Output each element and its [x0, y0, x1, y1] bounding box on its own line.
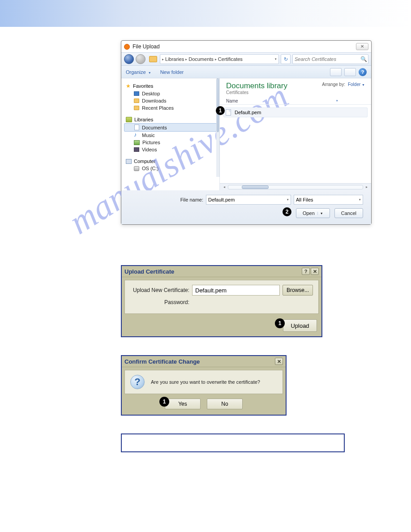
tree-item[interactable]: Videos: [142, 147, 157, 152]
chevron-down-icon[interactable]: ▾: [287, 198, 289, 202]
tree-item[interactable]: Documents: [142, 125, 167, 130]
help-icon[interactable]: ?: [359, 68, 367, 76]
callout-marker: 1: [159, 397, 169, 407]
videos-icon: [134, 147, 139, 152]
tree-item[interactable]: Desktop: [142, 91, 160, 96]
column-name[interactable]: Name: [226, 99, 238, 103]
callout-marker: 1: [216, 106, 225, 115]
tree-item[interactable]: Music: [142, 133, 155, 138]
tree-libraries[interactable]: Libraries: [134, 117, 153, 122]
toolbar: Organize ▼ New folder ?: [121, 66, 371, 78]
recent-places-icon: [134, 106, 139, 110]
horizontal-scrollbar[interactable]: ◂ ▸: [220, 183, 371, 190]
scroll-left-icon[interactable]: ◂: [223, 185, 225, 189]
tree-computer[interactable]: Computer: [134, 159, 155, 164]
page-header-gradient: [0, 0, 411, 27]
tree-favorites[interactable]: Favorites: [133, 83, 153, 89]
chevron-right-icon: ▸: [185, 57, 187, 61]
nav-tree: ★Favorites Desktop Downloads Recent Plac…: [121, 78, 220, 190]
scroll-right-icon[interactable]: ▸: [366, 185, 368, 189]
tree-item[interactable]: Recent Places: [142, 105, 174, 111]
chevron-right-icon: ▸: [162, 57, 164, 61]
search-box[interactable]: 🔍: [292, 54, 368, 64]
chevron-down-icon: ▾: [359, 198, 361, 202]
folder-icon: [149, 56, 157, 62]
filename-field[interactable]: Default.pem: [208, 197, 235, 202]
file-row[interactable]: 1 Default.pem: [223, 107, 368, 117]
file-icon: [226, 109, 231, 116]
chevron-down-icon[interactable]: ▼: [317, 212, 323, 215]
chevron-down-icon: ▼: [148, 71, 151, 74]
organize-menu[interactable]: Organize ▼: [126, 69, 151, 75]
breadcrumb-item[interactable]: Documents: [188, 56, 214, 62]
no-button[interactable]: No: [207, 399, 243, 409]
pictures-icon: [134, 140, 140, 145]
nav-bar: ▸ Libraries ▸ Documents ▸ Certificates ▾…: [121, 52, 371, 66]
library-subtitle: Certificates: [226, 90, 287, 95]
browse-button[interactable]: Browse...: [283, 285, 313, 296]
music-icon: ♪: [134, 133, 139, 138]
preview-pane-button[interactable]: [344, 68, 356, 76]
callout-marker: 2: [283, 207, 291, 216]
file-name: Default.pem: [235, 110, 261, 115]
dialog-titlebar: File Upload ✕: [121, 41, 371, 52]
refresh-button[interactable]: ↻: [281, 54, 291, 64]
filetype-dropdown[interactable]: All Files ▾: [294, 195, 363, 205]
desktop-icon: [134, 91, 139, 96]
upload-certificate-dialog: Upload Certificate ? ✕ Upload New Certif…: [121, 265, 322, 337]
close-icon[interactable]: ✕: [311, 268, 319, 275]
chevron-down-icon[interactable]: ▾: [275, 57, 277, 61]
forward-button: [136, 54, 146, 64]
back-button[interactable]: [124, 54, 134, 64]
filename-label: File name:: [180, 197, 203, 202]
dialog-title: Confirm Certificate Change: [124, 358, 200, 365]
chevron-right-icon: ▸: [215, 57, 217, 61]
dialog-footer: File name: Default.pem ▾ All Files ▾ 2 O…: [121, 190, 371, 224]
disk-icon: [134, 166, 139, 171]
downloads-icon: [134, 99, 139, 103]
upload-button[interactable]: Upload: [283, 319, 317, 332]
password-label: Password:: [130, 299, 192, 305]
firefox-icon: [124, 44, 130, 50]
chevron-down-icon: ▼: [362, 83, 365, 86]
breadcrumb-item[interactable]: Libraries: [165, 56, 184, 62]
certificate-file-field[interactable]: [192, 285, 280, 296]
close-icon[interactable]: ✕: [275, 358, 283, 365]
file-upload-dialog: File Upload ✕ ▸ Libraries ▸ Documents ▸ …: [121, 40, 372, 225]
question-icon: ?: [130, 375, 145, 389]
upload-new-cert-label: Upload New Certificate:: [130, 287, 192, 293]
confirm-message: Are you sure you want to overwrite the c…: [151, 379, 260, 385]
search-icon[interactable]: 🔍: [359, 56, 369, 62]
tree-scrollbar[interactable]: [216, 78, 220, 177]
breadcrumb-item[interactable]: Certificates: [218, 56, 243, 62]
view-mode-button[interactable]: [330, 68, 342, 76]
tree-item[interactable]: Downloads: [142, 98, 166, 103]
open-button[interactable]: Open▼: [296, 208, 330, 218]
arrange-by-dropdown[interactable]: Folder ▼: [348, 82, 365, 87]
help-icon[interactable]: ?: [302, 268, 310, 275]
cancel-button[interactable]: Cancel: [334, 208, 363, 218]
info-box: [121, 433, 345, 452]
yes-button[interactable]: Yes: [165, 399, 201, 409]
arrange-by-label: Arrange by:: [322, 82, 345, 87]
search-input[interactable]: [293, 56, 359, 62]
documents-icon: [134, 124, 139, 130]
confirm-certificate-change-dialog: Confirm Certificate Change ✕ ? Are you s…: [121, 355, 287, 416]
computer-icon: [126, 159, 132, 164]
close-icon[interactable]: ✕: [356, 43, 368, 50]
breadcrumb[interactable]: ▸ Libraries ▸ Documents ▸ Certificates ▾: [160, 54, 279, 64]
tree-item[interactable]: Pictures: [142, 140, 160, 145]
callout-marker: 1: [275, 318, 285, 328]
library-title: Documents library: [226, 82, 287, 90]
libraries-icon: [126, 117, 132, 122]
content-pane: Documents library Certificates Arrange b…: [220, 78, 371, 190]
star-icon: ★: [126, 83, 131, 89]
dialog-title: Upload Certificate: [124, 268, 174, 275]
dialog-title: File Upload: [133, 43, 160, 50]
tree-item[interactable]: OS (C:): [142, 166, 158, 171]
new-folder-button[interactable]: New folder: [160, 69, 184, 75]
sort-indicator-icon: ▴: [336, 99, 338, 103]
